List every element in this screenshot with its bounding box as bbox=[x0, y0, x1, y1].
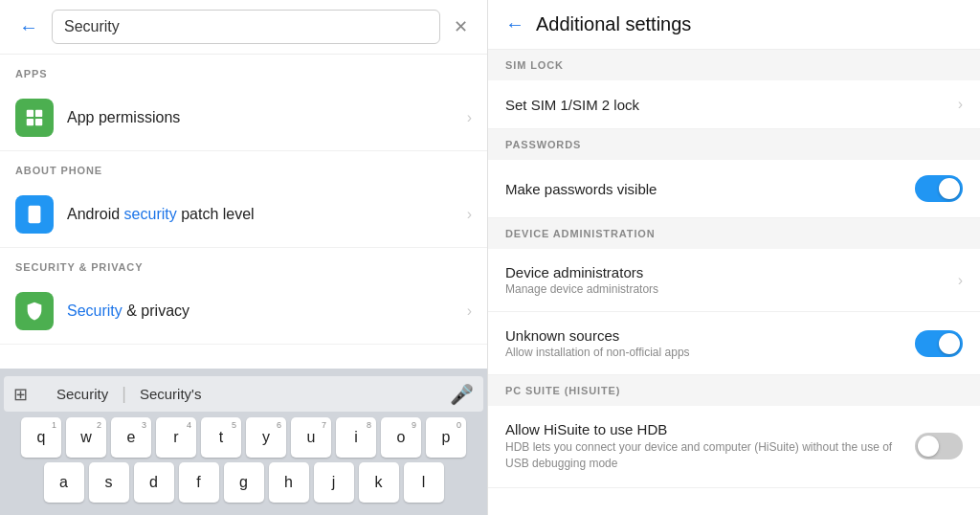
hisuite-toggle[interactable] bbox=[915, 433, 963, 459]
key-k[interactable]: k bbox=[359, 462, 399, 503]
key-r[interactable]: 4r bbox=[156, 417, 196, 458]
passwords-title: Make passwords visible bbox=[505, 181, 903, 197]
clear-search-button[interactable]: ✕ bbox=[448, 14, 474, 39]
key-d[interactable]: d bbox=[134, 462, 174, 503]
key-g[interactable]: g bbox=[224, 462, 264, 503]
app-permissions-label: App permissions bbox=[67, 109, 454, 126]
key-f[interactable]: f bbox=[179, 462, 219, 503]
device-admins-subtitle: Manage device administrators bbox=[505, 282, 947, 296]
section-label-about-phone: ABOUT PHONE bbox=[0, 151, 487, 182]
right-panel: ← Additional settings SIM LOCK Set SIM 1… bbox=[488, 0, 980, 515]
mic-icon[interactable]: 🎤 bbox=[450, 383, 474, 406]
sim-lock-text: Set SIM 1/SIM 2 lock bbox=[505, 97, 947, 113]
security-privacy-chevron: › bbox=[467, 302, 472, 320]
section-header-pc-suite: PC SUITE (HISUITE) bbox=[488, 375, 980, 406]
sim-lock-chevron: › bbox=[958, 96, 963, 113]
section-header-passwords: PASSWORDS bbox=[488, 129, 980, 160]
settings-item-hisuite[interactable]: Allow HiSuite to use HDB HDB lets you co… bbox=[488, 406, 980, 488]
app-permissions-chevron: › bbox=[467, 109, 472, 126]
key-t[interactable]: 5t bbox=[201, 417, 241, 458]
search-back-button[interactable]: ← bbox=[13, 14, 44, 40]
android-security-label: Android security patch level bbox=[67, 206, 454, 223]
unknown-sources-toggle-knob bbox=[939, 333, 960, 354]
svg-rect-3 bbox=[35, 119, 42, 125]
settings-item-passwords[interactable]: Make passwords visible bbox=[488, 160, 980, 218]
unknown-sources-toggle[interactable] bbox=[915, 330, 963, 357]
settings-item-sim-lock[interactable]: Set SIM 1/SIM 2 lock › bbox=[488, 80, 980, 129]
device-admins-text: Device administrators Manage device admi… bbox=[505, 264, 947, 296]
keyboard-row-2: a s d f g h j k l bbox=[4, 462, 483, 503]
key-w[interactable]: 2w bbox=[66, 417, 106, 458]
key-u[interactable]: 7u bbox=[291, 417, 331, 458]
keyboard-grid-icon: ⊞ bbox=[13, 384, 28, 405]
sim-lock-title: Set SIM 1/SIM 2 lock bbox=[505, 97, 947, 113]
svg-rect-1 bbox=[35, 110, 42, 117]
app-permissions-icon bbox=[15, 99, 54, 137]
search-bar: ← ✕ bbox=[0, 0, 487, 55]
settings-item-unknown-sources[interactable]: Unknown sources Allow installation of no… bbox=[488, 312, 980, 375]
keyboard-row-1: 1q 2w 3e 4r 5t 6y 7u 8i 9o 0p bbox=[4, 417, 483, 458]
key-i[interactable]: 8i bbox=[336, 417, 376, 458]
hisuite-toggle-knob bbox=[918, 436, 939, 457]
left-panel: ← ✕ APPS App permissions › ABOUT PHONE A… bbox=[0, 0, 488, 515]
result-item-android-security[interactable]: Android security patch level › bbox=[0, 182, 487, 248]
suggestion-security[interactable]: Security bbox=[43, 382, 122, 406]
key-j[interactable]: j bbox=[314, 462, 354, 503]
suggestion-securitys[interactable]: Security's bbox=[126, 382, 215, 406]
right-panel-title: Additional settings bbox=[536, 13, 691, 35]
unknown-sources-text: Unknown sources Allow installation of no… bbox=[505, 327, 903, 359]
security-privacy-icon bbox=[15, 292, 54, 330]
key-s[interactable]: s bbox=[89, 462, 129, 503]
right-header: ← Additional settings bbox=[488, 0, 980, 50]
keyboard-area: ⊞ Security | Security's 🎤 1q 2w 3e 4r 5t… bbox=[0, 369, 487, 515]
svg-rect-0 bbox=[27, 110, 33, 117]
key-q[interactable]: 1q bbox=[21, 417, 61, 458]
key-l[interactable]: l bbox=[404, 462, 444, 503]
device-admins-title: Device administrators bbox=[505, 264, 947, 280]
passwords-toggle[interactable] bbox=[915, 175, 963, 202]
key-o[interactable]: 9o bbox=[381, 417, 421, 458]
key-y[interactable]: 6y bbox=[246, 417, 286, 458]
device-admins-chevron: › bbox=[958, 272, 963, 289]
key-h[interactable]: h bbox=[269, 462, 309, 503]
keyboard-suggestions-bar: ⊞ Security | Security's 🎤 bbox=[4, 376, 483, 412]
key-a[interactable]: a bbox=[44, 462, 84, 503]
key-e[interactable]: 3e bbox=[111, 417, 151, 458]
hisuite-title: Allow HiSuite to use HDB bbox=[505, 421, 903, 437]
hisuite-subtitle: HDB lets you connect your device and com… bbox=[505, 439, 903, 472]
security-privacy-label: Security & privacy bbox=[67, 302, 454, 320]
section-header-sim-lock: SIM LOCK bbox=[488, 50, 980, 80]
unknown-sources-subtitle: Allow installation of non-official apps bbox=[505, 346, 903, 359]
unknown-sources-title: Unknown sources bbox=[505, 327, 903, 344]
section-label-security-privacy: SECURITY & PRIVACY bbox=[0, 248, 487, 279]
result-item-app-permissions[interactable]: App permissions › bbox=[0, 85, 487, 151]
settings-item-device-admins[interactable]: Device administrators Manage device admi… bbox=[488, 249, 980, 312]
android-security-icon bbox=[15, 195, 54, 234]
section-header-device-admin: DEVICE ADMINISTRATION bbox=[488, 218, 980, 249]
android-security-chevron: › bbox=[467, 206, 472, 223]
passwords-toggle-knob bbox=[939, 178, 960, 199]
passwords-text: Make passwords visible bbox=[505, 181, 903, 197]
result-item-security-privacy[interactable]: Security & privacy › bbox=[0, 279, 487, 345]
section-label-apps: APPS bbox=[0, 55, 487, 85]
right-back-button[interactable]: ← bbox=[505, 13, 524, 35]
hisuite-text: Allow HiSuite to use HDB HDB lets you co… bbox=[505, 421, 903, 472]
svg-rect-2 bbox=[27, 119, 33, 125]
key-p[interactable]: 0p bbox=[426, 417, 466, 458]
search-input[interactable] bbox=[52, 10, 440, 44]
svg-rect-4 bbox=[29, 206, 41, 223]
search-results: APPS App permissions › ABOUT PHONE Andro… bbox=[0, 55, 487, 369]
